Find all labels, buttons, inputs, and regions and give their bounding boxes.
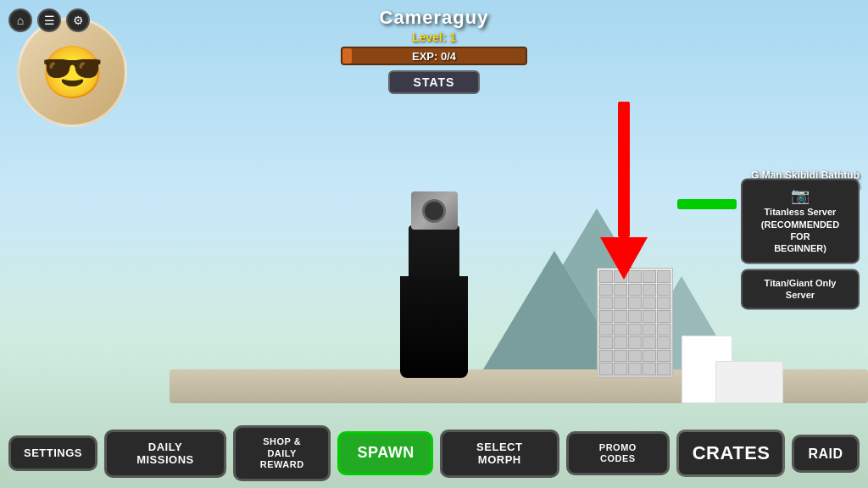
shop-daily-reward-button[interactable]: SHOP & DAILY REWARD: [233, 425, 331, 481]
window: [599, 350, 613, 363]
window: [657, 350, 670, 363]
window: [643, 363, 656, 375]
window: [643, 336, 656, 349]
window: [628, 310, 642, 323]
character-figure: [392, 191, 476, 378]
window: [628, 350, 642, 363]
camera-icon: 📷: [753, 186, 848, 206]
promo-codes-button[interactable]: PROMO CODES: [566, 431, 670, 475]
window: [657, 324, 670, 336]
window: [628, 336, 642, 349]
white-cube-2: [715, 361, 783, 403]
settings-icon[interactable]: ⚙: [66, 8, 90, 32]
red-arrow: [600, 102, 648, 280]
crates-button[interactable]: CRATES: [676, 430, 785, 477]
window: [628, 284, 642, 297]
settings-button[interactable]: SETTINGS: [8, 435, 97, 471]
window: [614, 297, 627, 309]
window: [614, 350, 627, 363]
crate-building: [597, 268, 673, 378]
character-body: [409, 225, 459, 310]
window: [643, 324, 656, 336]
daily-missions-button[interactable]: DAILY MISSIONS: [104, 430, 226, 478]
main-character: [392, 191, 476, 378]
window: [614, 310, 627, 323]
window: [628, 363, 642, 375]
player-level: Level: 1: [412, 30, 456, 44]
window: [643, 310, 656, 323]
character-head: [411, 191, 458, 230]
green-platform: [677, 199, 737, 209]
window: [614, 324, 627, 336]
bottom-button-bar: SETTINGS DAILY MISSIONS SHOP & DAILY REW…: [0, 425, 868, 481]
titan-giant-server-button[interactable]: Titan/Giant Only Server: [741, 269, 860, 310]
spawn-button[interactable]: SPAWN: [337, 431, 432, 475]
window: [657, 297, 670, 309]
window: [628, 324, 642, 336]
window: [599, 310, 613, 323]
window: [657, 284, 670, 297]
window: [614, 363, 627, 375]
window: [599, 284, 613, 297]
window: [657, 363, 670, 375]
menu-icon[interactable]: ☰: [37, 8, 61, 32]
character-coat: [400, 276, 468, 378]
exp-bar: EXP: 0/4: [341, 47, 527, 65]
right-server-buttons: 📷 Titanless Server (RECOMMENDED FOR BEGI…: [741, 178, 860, 309]
home-icon[interactable]: ⌂: [8, 8, 32, 32]
raid-button[interactable]: RAID: [792, 435, 860, 473]
window: [657, 336, 670, 349]
window: [643, 297, 656, 309]
top-ui: Cameraguy Level: 1 EXP: 0/4 STATS: [341, 7, 527, 94]
stats-button[interactable]: STATS: [388, 70, 481, 94]
player-name: Cameraguy: [380, 7, 489, 29]
top-left-icons: ⌂ ☰ ⚙: [8, 8, 90, 32]
window: [643, 350, 656, 363]
titanless-label: Titanless Server (RECOMMENDED FOR BEGINN…: [761, 208, 839, 254]
arrow-head: [600, 237, 648, 280]
titanless-server-button[interactable]: 📷 Titanless Server (RECOMMENDED FOR BEGI…: [741, 178, 860, 263]
avatar-image: 😎: [17, 17, 127, 127]
window: [657, 310, 670, 323]
building-body: [597, 268, 673, 378]
window: [599, 297, 613, 309]
window: [599, 336, 613, 349]
window: [599, 324, 613, 336]
window: [614, 284, 627, 297]
player-avatar: 😎: [17, 17, 136, 136]
window: [614, 336, 627, 349]
arrow-shaft: [618, 102, 630, 237]
window: [643, 284, 656, 297]
exp-text: EXP: 0/4: [412, 50, 456, 63]
select-morph-button[interactable]: SELECT MORPH: [440, 430, 559, 478]
window: [599, 363, 613, 375]
exp-bar-fill: [342, 48, 352, 64]
window: [628, 297, 642, 309]
window: [657, 270, 670, 283]
